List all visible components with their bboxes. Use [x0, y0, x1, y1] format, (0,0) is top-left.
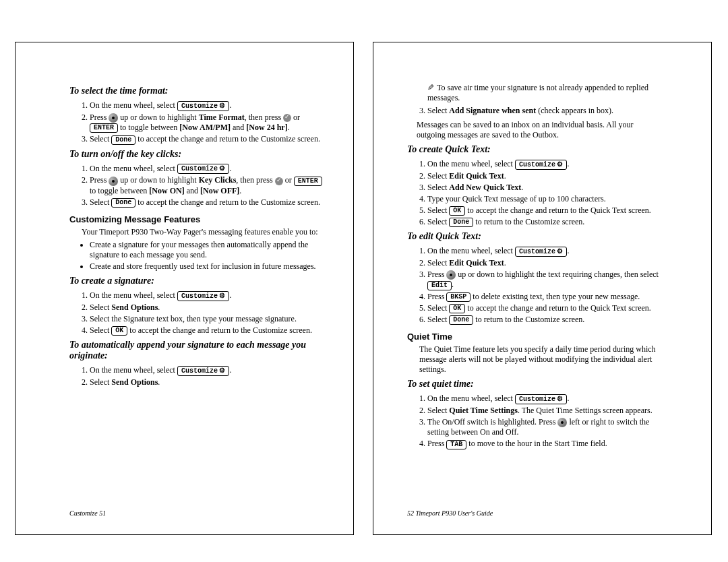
body-text: The Quiet Time feature lets you specify … — [419, 344, 664, 375]
intro-text: Your Timeport P930 Two-Way Pager's messa… — [82, 227, 326, 237]
ok-button-icon: OK — [449, 206, 465, 216]
list-create-quicktext: On the menu wheel, select Customize. Sel… — [427, 159, 664, 227]
heading-set-quiet-time: To set quiet time: — [407, 379, 664, 389]
ok-button-icon: OK — [111, 326, 127, 336]
customize-button-icon: Customize — [177, 291, 230, 301]
list-item: Press up or down to highlight the text r… — [427, 270, 664, 290]
heading-quiet-time: Quiet Time — [407, 332, 664, 342]
list-auto-append: On the menu wheel, select Customize. Sel… — [90, 365, 326, 387]
nav-icon — [109, 113, 118, 123]
edit-button-icon: Edit — [427, 281, 452, 290]
done-button-icon: Done — [449, 315, 473, 325]
list-item: On the menu wheel, select Customize. — [90, 100, 326, 111]
list-item: On the menu wheel, select Customize. — [90, 290, 326, 301]
list-item: On the menu wheel, select Customize. — [427, 246, 664, 257]
nav-icon — [446, 270, 456, 280]
check-icon — [283, 114, 291, 122]
nav-icon — [109, 177, 118, 186]
customize-button-icon: Customize — [177, 164, 230, 174]
check-icon — [275, 177, 283, 185]
list-item: Select Add Signature when sent (check ap… — [427, 106, 664, 116]
customize-button-icon: Customize — [515, 247, 568, 257]
page-left: To select the time format: On the menu w… — [15, 42, 354, 535]
heading-create-quicktext: To create Quick Text: — [407, 144, 664, 155]
list-item: On the menu wheel, select Customize. — [427, 394, 664, 404]
list-item: Select Done to return to the Customize s… — [427, 315, 664, 325]
list-item: Select Done to return to the Customize s… — [427, 217, 664, 227]
list-item: On the menu wheel, select Customize. — [90, 365, 326, 376]
list-item: Press up or down to highlight Key Clicks… — [90, 175, 326, 195]
page-right: To save air time your signature is not a… — [373, 42, 712, 535]
customize-button-icon: Customize — [177, 366, 230, 376]
heading-create-signature: To create a signature: — [69, 276, 326, 286]
list-key-clicks: On the menu wheel, select Customize. Pre… — [90, 164, 326, 208]
list-item: Select Quiet Time Settings. The Quiet Ti… — [427, 406, 664, 416]
list-item: Select Done to accept the change and ret… — [90, 134, 326, 144]
list-time-format: On the menu wheel, select Customize. Pre… — [90, 100, 326, 145]
heading-key-clicks: To turn on/off the key clicks: — [69, 149, 326, 160]
heading-customizing-messages: Customizing Message Features — [69, 214, 326, 224]
heading-edit-quicktext: To edit Quick Text: — [407, 231, 664, 242]
body-text: Messages can be saved to an inbox on an … — [417, 120, 664, 140]
tab-button-icon: TAB — [446, 440, 466, 449]
list-item: Select OK to accept the change and retur… — [427, 206, 664, 216]
list-item: Press up or down to highlight Time Forma… — [90, 113, 326, 133]
list-set-quiet-time: On the menu wheel, select Customize. Sel… — [427, 394, 664, 449]
list-item: Select Send Options. — [90, 377, 326, 387]
list-edit-quicktext: On the menu wheel, select Customize. Sel… — [427, 246, 664, 325]
customize-button-icon: Customize — [515, 394, 568, 404]
list-item: Press BKSP to delete existing text, then… — [427, 292, 664, 302]
list-item: Select Add New Quick Text. — [427, 183, 664, 193]
done-button-icon: Done — [111, 198, 135, 208]
list-item: On the menu wheel, select Customize. — [90, 164, 326, 175]
bullet-list: Create a signature for your messages the… — [90, 240, 326, 272]
list-item: Select Edit Quick Text. — [427, 171, 664, 181]
list-item: Select Done to accept the change and ret… — [90, 197, 326, 208]
list-item: Select Send Options. — [90, 303, 326, 313]
bksp-button-icon: BKSP — [446, 292, 471, 302]
list-item: Press TAB to move to the hour in the Sta… — [427, 439, 664, 449]
customize-button-icon: Customize — [177, 101, 230, 111]
page-footer: 52 Timeport P930 User's Guide — [407, 509, 493, 517]
heading-auto-append: To automatically append your signature t… — [69, 340, 326, 361]
list-item: On the menu wheel, select Customize. — [427, 159, 664, 170]
list-item: Create a signature for your messages the… — [90, 240, 326, 260]
done-button-icon: Done — [449, 218, 473, 227]
list-continued: Select Add Signature when sent (check ap… — [427, 106, 664, 116]
nav-icon — [557, 418, 567, 427]
list-item: Select Edit Quick Text. — [427, 258, 664, 268]
list-item: Type your Quick Text message of up to 10… — [427, 194, 664, 204]
list-item: Select OK to accept the change and retur… — [90, 325, 326, 336]
tip-text: To save air time your signature is not a… — [427, 83, 664, 103]
list-item: Select the Signature text box, then type… — [90, 314, 326, 324]
customize-button-icon: Customize — [515, 160, 568, 170]
ok-button-icon: OK — [449, 304, 465, 313]
list-item: Create and store frequently used text fo… — [90, 261, 326, 272]
list-create-signature: On the menu wheel, select Customize. Sel… — [90, 290, 326, 336]
enter-button-icon: ENTER — [294, 177, 322, 186]
page-footer: Customize 51 — [69, 509, 106, 517]
enter-button-icon: ENTER — [90, 123, 118, 133]
list-item: The On/Off switch is highlighted. Press … — [427, 417, 664, 437]
heading-time-format: To select the time format: — [69, 86, 326, 96]
list-item: Select OK to accept the change and retur… — [427, 303, 664, 313]
done-button-icon: Done — [111, 135, 135, 145]
